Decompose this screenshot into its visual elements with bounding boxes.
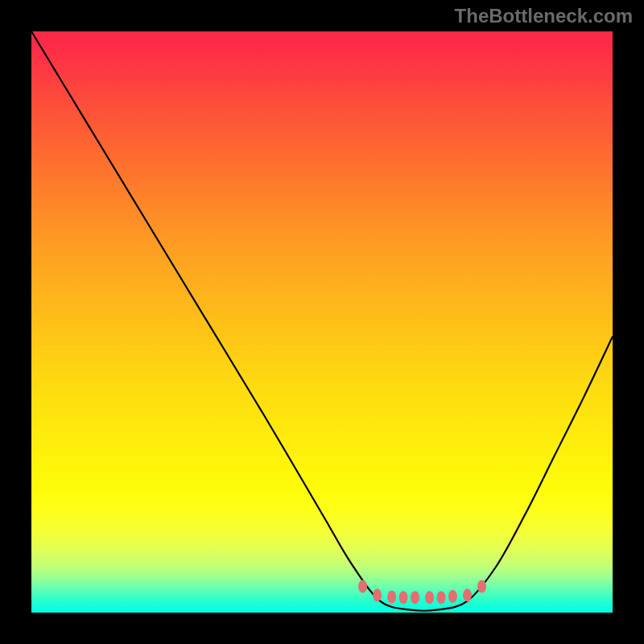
chart-area <box>31 31 613 613</box>
curve-marker <box>399 591 408 604</box>
marker-group <box>358 580 486 605</box>
curve-marker <box>358 580 367 593</box>
curve-marker <box>387 591 396 604</box>
attribution-label: TheBottleneck.com <box>455 5 633 27</box>
curve-marker <box>373 588 382 601</box>
curve-marker <box>477 580 486 593</box>
curve-marker <box>411 591 419 604</box>
curve-marker <box>437 591 446 604</box>
curve-marker <box>425 591 434 604</box>
curve-marker <box>463 588 472 601</box>
chart-svg <box>31 31 613 613</box>
curve-marker <box>448 590 457 603</box>
bottleneck-curve-line <box>31 31 613 611</box>
